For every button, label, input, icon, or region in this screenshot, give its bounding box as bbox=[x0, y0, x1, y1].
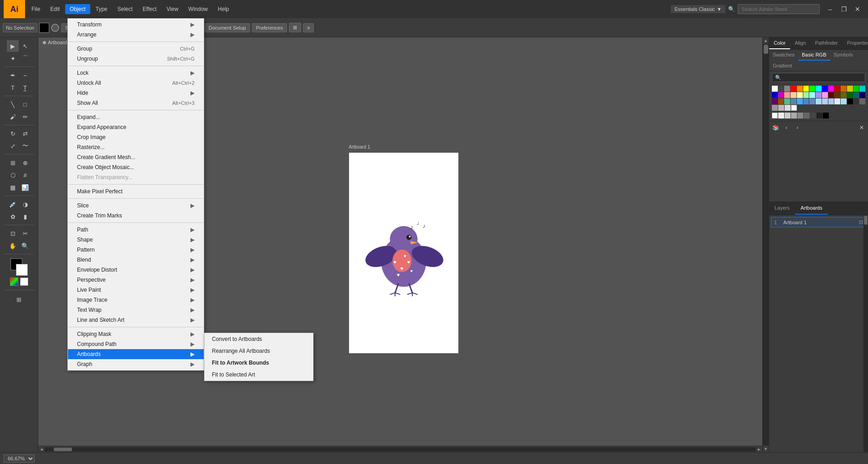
swatch[interactable] bbox=[803, 86, 809, 92]
fill-stroke-control[interactable] bbox=[10, 258, 28, 276]
menu-item-object-mosaic[interactable]: Create Object Mosaic... bbox=[68, 162, 204, 172]
swatch[interactable] bbox=[834, 98, 840, 104]
menu-item-expand[interactable]: Expand... bbox=[68, 112, 204, 122]
paintbrush-tool[interactable]: 🖌 bbox=[7, 111, 19, 123]
menu-item-hide[interactable]: Hide ▶ bbox=[68, 88, 204, 98]
swatch[interactable] bbox=[859, 86, 865, 92]
stroke-color[interactable] bbox=[16, 264, 28, 276]
menu-type[interactable]: Type bbox=[91, 4, 112, 14]
artboard-options-icon[interactable]: ⊡ bbox=[859, 219, 863, 225]
swatch[interactable] bbox=[784, 86, 790, 92]
menu-file[interactable]: File bbox=[27, 4, 45, 14]
swatch[interactable] bbox=[853, 98, 859, 104]
menu-item-crop-image[interactable]: Crop Image bbox=[68, 132, 204, 142]
subtab-gradient[interactable]: Gradient bbox=[769, 61, 796, 71]
swatch[interactable] bbox=[822, 86, 828, 92]
slice-tool[interactable]: ✂ bbox=[19, 227, 31, 239]
swatch[interactable] bbox=[859, 92, 865, 98]
scroll-down-arrow[interactable]: ▼ bbox=[763, 446, 769, 452]
swatch[interactable] bbox=[841, 92, 847, 98]
swatch[interactable] bbox=[816, 92, 822, 98]
tab-color[interactable]: Color bbox=[769, 37, 790, 49]
submenu-rearrange-artboards[interactable]: Rearrange All Artboards bbox=[205, 345, 313, 357]
panel-prev-btn[interactable]: ‹ bbox=[782, 123, 791, 132]
menu-item-clipping-mask[interactable]: Clipping Mask ▶ bbox=[68, 329, 204, 339]
switch-artboards-tool[interactable]: ⊞ bbox=[13, 294, 25, 305]
mesh-tool[interactable]: # bbox=[19, 169, 31, 181]
blend-tool[interactable]: ◑ bbox=[19, 198, 31, 210]
swatch[interactable] bbox=[797, 86, 803, 92]
menu-item-pattern[interactable]: Pattern ▶ bbox=[68, 245, 204, 255]
menu-item-blend[interactable]: Blend ▶ bbox=[68, 255, 204, 265]
swatch[interactable] bbox=[817, 113, 822, 119]
menu-view[interactable]: View bbox=[162, 4, 183, 14]
swatch[interactable] bbox=[797, 113, 803, 119]
menu-item-ungroup[interactable]: Ungroup Shift+Ctrl+G bbox=[68, 54, 204, 64]
menu-window[interactable]: Window bbox=[184, 4, 212, 14]
swatch[interactable] bbox=[791, 92, 796, 98]
swatch[interactable] bbox=[809, 92, 815, 98]
menu-item-artboards[interactable]: Artboards ▶ bbox=[68, 349, 204, 359]
menu-item-shape[interactable]: Shape ▶ bbox=[68, 235, 204, 245]
swatch[interactable] bbox=[772, 92, 778, 98]
lasso-tool[interactable]: ⌒ bbox=[19, 52, 31, 64]
tab-artboards[interactable]: Artboards bbox=[795, 202, 828, 215]
color-icon[interactable] bbox=[10, 278, 18, 286]
swatch[interactable] bbox=[834, 86, 840, 92]
menu-item-transform[interactable]: Transform ▶ bbox=[68, 20, 204, 30]
swatch[interactable] bbox=[823, 113, 829, 119]
properties-btn[interactable]: ≡ bbox=[303, 23, 314, 32]
swatch[interactable] bbox=[778, 86, 784, 92]
stroke-color-swatch[interactable] bbox=[39, 23, 49, 33]
zoom-selector[interactable]: 66.67% 50% 100% 150% 200% bbox=[4, 454, 35, 463]
swatch[interactable] bbox=[859, 98, 865, 104]
swatch[interactable] bbox=[809, 98, 815, 104]
scroll-left-arrow[interactable]: ◄ bbox=[38, 446, 45, 453]
swatch[interactable] bbox=[853, 86, 859, 92]
color-search-input[interactable] bbox=[772, 73, 865, 82]
menu-item-live-paint[interactable]: Live Paint ▶ bbox=[68, 285, 204, 295]
menu-item-path[interactable]: Path ▶ bbox=[68, 225, 204, 235]
swatch[interactable] bbox=[772, 113, 778, 119]
swatch[interactable] bbox=[804, 113, 810, 119]
swatch[interactable] bbox=[772, 105, 778, 111]
bar-chart-tool[interactable]: 📊 bbox=[19, 181, 31, 193]
swatch[interactable] bbox=[841, 98, 847, 104]
menu-item-compound-path[interactable]: Compound Path ▶ bbox=[68, 339, 204, 349]
menu-item-pixel-perfect[interactable]: Make Pixel Perfect bbox=[68, 186, 204, 196]
free-transform-tool[interactable]: ⊞ bbox=[7, 157, 19, 169]
submenu-fit-selected-art[interactable]: Fit to Selected Art bbox=[205, 369, 313, 381]
minimize-button[interactable]: – bbox=[823, 2, 837, 16]
stock-search-input[interactable] bbox=[738, 4, 820, 14]
menu-item-lock[interactable]: Lock ▶ bbox=[68, 68, 204, 78]
tab-properties[interactable]: Properties bbox=[842, 37, 868, 49]
touch-type-tool[interactable]: T̲ bbox=[19, 82, 31, 93]
horizontal-scrollbar[interactable]: ◄ ► bbox=[38, 446, 762, 452]
swatch[interactable] bbox=[847, 92, 853, 98]
swatch[interactable] bbox=[828, 92, 834, 98]
column-graph-tool[interactable]: ▮ bbox=[19, 211, 31, 222]
subtab-basic-rgb[interactable]: Basic RGB bbox=[798, 50, 830, 61]
scroll-track[interactable] bbox=[763, 44, 769, 446]
warp-tool[interactable]: 〜 bbox=[19, 140, 31, 152]
menu-item-envelope-distort[interactable]: Envelope Distort ▶ bbox=[68, 265, 204, 275]
subtab-symbols[interactable]: Symbols bbox=[830, 50, 857, 61]
menu-item-slice[interactable]: Slice ▶ bbox=[68, 201, 204, 211]
shape-builder-tool[interactable]: ⊕ bbox=[19, 157, 31, 169]
swatch[interactable] bbox=[847, 86, 853, 92]
stroke-style-btn[interactable] bbox=[51, 24, 59, 32]
menu-item-group[interactable]: Group Ctrl+G bbox=[68, 44, 204, 54]
rectangle-tool[interactable]: □ bbox=[19, 98, 31, 110]
workspace-selector[interactable]: Essentials Classic ▼ bbox=[671, 5, 725, 13]
swatch[interactable] bbox=[791, 105, 797, 111]
swatch[interactable] bbox=[772, 86, 778, 92]
swatch[interactable] bbox=[816, 86, 822, 92]
perspective-tool[interactable]: ⬡ bbox=[7, 169, 19, 181]
tab-layers[interactable]: Layers bbox=[769, 202, 795, 215]
swatch[interactable] bbox=[784, 98, 790, 104]
zoom-tool[interactable]: 🔍 bbox=[19, 240, 31, 252]
panel-next-btn[interactable]: › bbox=[793, 123, 802, 132]
eyedropper-tool[interactable]: 💉 bbox=[7, 198, 19, 210]
menu-edit[interactable]: Edit bbox=[46, 4, 64, 14]
menu-item-show-all[interactable]: Show All Alt+Ctrl+3 bbox=[68, 98, 204, 108]
